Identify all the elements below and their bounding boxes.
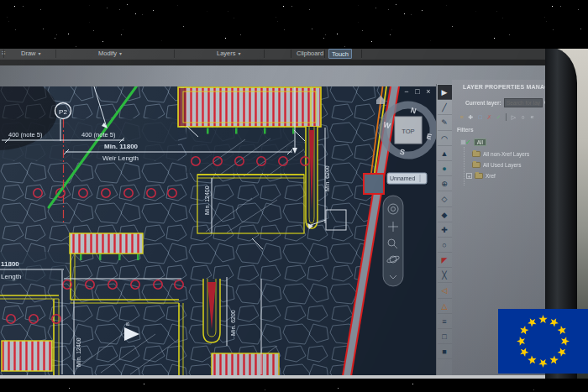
new-layer-icon[interactable]: ✚ <box>467 113 475 121</box>
tool-flag-icon[interactable]: ◤ <box>438 253 452 268</box>
cad-canvas[interactable]: 400 (note 5) 400 (note 5) Min. 11800 Wei… <box>0 86 436 376</box>
panel-title: LAYER PROPERTIES MANAGER <box>463 84 558 90</box>
tool-array-icon[interactable]: □ <box>438 329 452 344</box>
tree-connector <box>464 147 465 186</box>
unreconcile-icon[interactable]: ▷ <box>510 113 517 121</box>
svg-text:Min. 12400: Min. 12400 <box>204 186 210 215</box>
divider <box>506 113 507 121</box>
svg-text:11800: 11800 <box>1 260 19 268</box>
tool-measure-icon[interactable]: ≡ <box>438 314 452 329</box>
tree-item-label: All Used Layers <box>483 162 522 168</box>
folder-icon <box>472 162 480 168</box>
svg-text:Min. 6200: Min. 6200 <box>324 165 330 191</box>
tool-stretch-icon[interactable]: ✚ <box>438 222 452 238</box>
ribbon-panel-label: Layers <box>217 50 236 57</box>
svg-text:400 (note 5): 400 (note 5) <box>8 131 43 139</box>
dither-noise-bottom <box>0 379 588 392</box>
tool-arc-icon[interactable]: ◠ <box>438 131 452 146</box>
ribbon-panel-modify[interactable]: Modify▾ <box>96 49 124 59</box>
svg-text:P2: P2 <box>59 108 67 116</box>
layer-states-icon[interactable]: ≡ <box>458 113 465 121</box>
tree-item-label: Xref <box>486 173 496 179</box>
svg-text:Unnamed: Unnamed <box>390 175 415 181</box>
ribbon-panel-label: Modify <box>98 50 117 57</box>
panel-settings-icon[interactable]: « <box>528 113 536 121</box>
viewcube-top-label: TOP <box>402 128 414 135</box>
folder-icon <box>472 151 480 157</box>
ribbon-panel-draw[interactable]: Draw▾ <box>18 49 44 59</box>
divider <box>55 50 56 58</box>
tool-copy-icon[interactable]: ◆ <box>438 207 452 222</box>
filters-label: Filters <box>457 127 474 133</box>
ribbon-panel-label: Touch <box>332 50 349 58</box>
delete-layer-icon[interactable]: ✗ <box>486 113 493 121</box>
viewport-controls: − □ × <box>404 87 430 96</box>
new-frozen-layer-icon[interactable]: □ <box>476 113 484 121</box>
divider <box>291 50 291 58</box>
ribbon-panel-label: Clipboard <box>297 50 323 57</box>
eu-star <box>538 315 547 323</box>
svg-text:400 (note 5): 400 (note 5) <box>81 131 116 139</box>
drawing-toolbar: ▶╱✎◠▲●⊕◇◆✚○◤╳◁△≡□■ <box>436 84 452 376</box>
tool-sphere-icon[interactable]: ⊕ <box>438 176 452 191</box>
ribbon-panel-touch[interactable]: Touch <box>328 49 352 59</box>
close-icon[interactable]: × <box>426 87 430 96</box>
refresh-icon[interactable]: ○ <box>519 113 527 121</box>
layer-search-input[interactable] <box>504 98 543 107</box>
set-current-icon[interactable]: ✓ <box>495 113 502 121</box>
divider <box>3 50 4 58</box>
ribbon-panel-bar: ≡ Draw▾ Modify▾ Layers▾ Clipboard Touch <box>0 48 548 60</box>
dither-noise-top <box>0 0 588 49</box>
tooltip: Unnamed <box>387 173 427 184</box>
photo-of-monitor: ≡ Draw▾ Modify▾ Layers▾ Clipboard Touch <box>0 0 588 392</box>
minimize-icon[interactable]: − <box>404 87 408 96</box>
tool-fillet-icon[interactable]: ◁ <box>438 283 452 298</box>
tool-line-icon[interactable]: ╱ <box>438 100 452 115</box>
tree-item-label: All <box>474 139 486 146</box>
tool-rotate-icon[interactable]: ○ <box>438 238 452 253</box>
chevron-down-icon: ▾ <box>239 51 241 56</box>
svg-text:Length: Length <box>1 273 21 280</box>
restore-icon[interactable]: □ <box>415 87 420 96</box>
svg-text:Min. 6200: Min. 6200 <box>230 310 236 336</box>
monitor-lower-edge <box>0 375 548 380</box>
tool-trim-icon[interactable]: ╳ <box>438 268 452 283</box>
layer-filter-xref[interactable]: + Xref <box>466 170 496 180</box>
divider <box>264 50 265 58</box>
divider <box>324 50 325 58</box>
current-layer-label: Current layer: <box>465 100 501 106</box>
divider <box>174 50 175 58</box>
monitor-screen: ≡ Draw▾ Modify▾ Layers▾ Clipboard Touch <box>0 48 548 379</box>
svg-text:Min. 12400: Min. 12400 <box>76 337 81 367</box>
ribbon-panel-label: Draw <box>21 50 36 57</box>
ribbon-panel-layers[interactable]: Layers▾ <box>214 49 244 59</box>
folder-icon <box>475 173 483 179</box>
expand-icon[interactable]: + <box>466 173 472 179</box>
ribbon-panel-clipboard[interactable]: Clipboard <box>294 49 326 59</box>
tool-chamfer-icon[interactable]: △ <box>438 299 452 314</box>
tool-circle-icon[interactable]: ● <box>438 161 452 176</box>
ribbon-lower-edge <box>0 60 548 65</box>
eu-flag <box>498 309 588 374</box>
layer-tools-row: ≡✚□✗✓▷○« <box>458 113 536 121</box>
eu-stars-ring <box>517 316 570 368</box>
tool-erase-icon[interactable]: ■ <box>438 344 452 359</box>
check-icon: ✓ <box>465 139 471 146</box>
selected-block[interactable] <box>364 174 384 194</box>
divider <box>361 50 362 58</box>
tool-polyline-icon[interactable]: ✎ <box>438 115 452 130</box>
chevron-down-icon: ▾ <box>119 51 122 56</box>
layer-filter-used[interactable]: All Used Layers <box>472 159 522 170</box>
tool-select-icon[interactable]: ▶ <box>438 85 452 100</box>
layer-filter-non-xref[interactable]: All non-Xref Layers <box>472 149 529 159</box>
svg-text:Weir Length: Weir Length <box>102 154 139 162</box>
tree-item-label: All non-Xref Layers <box>483 151 529 157</box>
svg-text:Min. 11800: Min. 11800 <box>104 143 139 150</box>
navigation-bar[interactable] <box>383 196 403 286</box>
tool-move-icon[interactable]: ◇ <box>438 191 452 206</box>
layer-filter-all[interactable]: ✓ All <box>460 137 486 147</box>
chevron-down-icon: ▾ <box>39 51 41 56</box>
tool-hatch-icon[interactable]: ▲ <box>438 146 452 161</box>
svg-text:B: B <box>125 322 130 326</box>
